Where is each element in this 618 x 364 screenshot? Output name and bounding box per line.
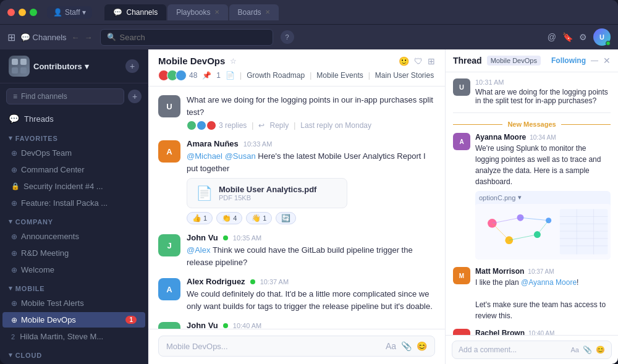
- nav-forward-icon[interactable]: →: [85, 33, 93, 42]
- add-channel-button[interactable]: +: [128, 90, 142, 103]
- author-name: Matt Morrison: [475, 267, 524, 276]
- channel-item-devops-team[interactable]: ⊕ DevOps Team: [2, 145, 145, 161]
- member-avatars: [158, 70, 184, 81]
- close-playbooks-icon[interactable]: ✕: [214, 9, 219, 15]
- original-avatar: U: [453, 78, 470, 96]
- mention-ayanna[interactable]: @Ayanna Moore: [521, 278, 577, 287]
- svg-rect-1: [20, 59, 27, 65]
- section-cloud[interactable]: ▾ CLOUD: [0, 345, 148, 362]
- avatar[interactable]: U: [593, 28, 611, 46]
- dm-item-hilda[interactable]: 2 Hilda Martin, Steve M...: [2, 329, 145, 344]
- add-workspace-button[interactable]: +: [125, 59, 139, 73]
- star-icon[interactable]: ☆: [230, 57, 237, 66]
- channel-item-security-incident[interactable]: 🔒 Security Incident #4 ...: [2, 179, 145, 194]
- channel-item-command-center[interactable]: ⊕ Command Center: [2, 162, 145, 177]
- minimize-button[interactable]: [19, 9, 26, 16]
- tag-growth-roadmap[interactable]: Growth Roadmap: [247, 71, 305, 80]
- reaction-clap[interactable]: 👏4: [216, 212, 242, 224]
- channels-nav-label[interactable]: 💬 Channels: [20, 33, 67, 42]
- following-button[interactable]: Following: [551, 56, 586, 65]
- help-button[interactable]: ?: [281, 30, 294, 44]
- emoji-icon[interactable]: 😊: [596, 345, 605, 354]
- close-boards-icon[interactable]: ✕: [265, 9, 270, 15]
- close-button[interactable]: [7, 9, 15, 16]
- channel-actions: 🙂 🛡 ⊞: [399, 56, 435, 66]
- thread-meta[interactable]: 3 replies | ↩ Reply | Last reply on Mond…: [187, 121, 435, 130]
- company-label: COMPANY: [15, 218, 53, 226]
- close-icon[interactable]: ✕: [603, 56, 611, 66]
- chevron-down-icon: ▾: [82, 8, 86, 17]
- settings-icon[interactable]: ⚙: [579, 32, 587, 42]
- tab-channels[interactable]: 💬 Channels: [104, 4, 166, 20]
- bookmark-icon[interactable]: 🔖: [562, 32, 573, 42]
- minimize-icon[interactable]: —: [591, 56, 598, 65]
- attachment-icon[interactable]: 📎: [401, 341, 412, 351]
- tab-channels-label: Channels: [126, 8, 158, 17]
- cloud-label: CLOUD: [15, 352, 42, 359]
- find-channels-button[interactable]: ≡ Find channels: [6, 88, 124, 104]
- file-attachment[interactable]: 📄 Mobile User Analytics.pdf PDF 15KB: [187, 178, 347, 208]
- reaction-refresh[interactable]: 🔄: [276, 212, 296, 224]
- channel-item-mobile-devops[interactable]: ⊕ Mobile DevOps 1: [2, 312, 145, 328]
- last-reply-time: Last reply on Monday: [300, 121, 371, 130]
- reply-icon: ↩: [258, 121, 265, 130]
- nav-back-icon[interactable]: ←: [72, 33, 80, 42]
- attachment-icon[interactable]: 📎: [583, 345, 592, 354]
- text-format-icon[interactable]: Aa: [571, 346, 579, 353]
- message-time: 10:37 AM: [260, 278, 289, 286]
- at-icon[interactable]: @: [548, 32, 556, 42]
- globe-icon: ⊕: [11, 249, 17, 258]
- new-messages-divider: New Messages: [453, 121, 611, 128]
- tag-main-user-stories[interactable]: Main User Stories: [375, 71, 434, 80]
- online-dot: [250, 279, 255, 284]
- threads-item[interactable]: 💬 Threads: [0, 109, 148, 128]
- channel-item-rd-meeting[interactable]: ⊕ R&D Meeting: [2, 245, 145, 261]
- message-content: Alex Rodriguez 10:37 AM We could definit…: [187, 277, 435, 312]
- maximize-button[interactable]: [30, 9, 37, 16]
- tab-playbooks[interactable]: Playbooks ✕: [167, 4, 227, 20]
- dm-name-label: Hilda Martin, Steve M...: [20, 332, 103, 341]
- grid-icon[interactable]: ⊞: [7, 32, 15, 43]
- message-time: 10:33 AM: [243, 140, 272, 148]
- thread-message-content: Rachel Brown 10:40 AM I'll be on to trou…: [475, 329, 611, 335]
- channel-item-welcome[interactable]: ⊕ Welcome: [2, 262, 145, 277]
- text-format-icon[interactable]: Aa: [386, 341, 396, 351]
- workspace-name[interactable]: Contributors ▾: [33, 62, 89, 71]
- tab-boards-label: Boards: [238, 8, 261, 17]
- message-header: John Vu 10:35 AM: [187, 233, 435, 242]
- message-content: John Vu 10:40 AM Great, I'll make a Jira…: [187, 321, 435, 329]
- thread-avatar: A: [453, 133, 470, 150]
- message-input[interactable]: [166, 342, 381, 351]
- channel-item-announcements[interactable]: ⊕ Announcements: [2, 229, 145, 244]
- messages-area: U What are we doing for the logging poin…: [148, 87, 445, 329]
- channel-item-mobile-test-alerts[interactable]: ⊕ Mobile Test Alerts: [2, 295, 145, 311]
- mention-susan[interactable]: @Susan: [225, 151, 256, 161]
- image-label: optionC.png ▾: [475, 191, 611, 204]
- globe-icon: ⊕: [11, 266, 17, 274]
- reaction-wave[interactable]: 👋1: [246, 212, 272, 224]
- tab-boards[interactable]: Boards ✕: [229, 4, 279, 20]
- layout-icon[interactable]: ⊞: [428, 56, 435, 66]
- search-input[interactable]: [120, 33, 266, 42]
- staff-selector[interactable]: 👤 Staff ▾: [47, 6, 92, 19]
- channel-item-feature-install[interactable]: ⊕ Feature: Install Packa ...: [2, 195, 145, 211]
- globe-icon: ⊕: [11, 199, 17, 208]
- emoji-icon[interactable]: 😊: [417, 341, 427, 351]
- section-mobile[interactable]: ▾ MOBILE: [0, 278, 148, 295]
- author-name: Rachel Brown: [475, 329, 525, 335]
- tag-mobile-events[interactable]: Mobile Events: [316, 71, 363, 80]
- reaction-thumbsup[interactable]: 👍1: [187, 212, 213, 224]
- mention-michael[interactable]: @Michael: [187, 151, 222, 161]
- search-bar[interactable]: 🔍: [100, 29, 273, 46]
- smiley-icon[interactable]: 🙂: [399, 56, 409, 66]
- mention-alex[interactable]: @Alex: [187, 245, 211, 255]
- shield-icon[interactable]: 🛡: [414, 56, 423, 66]
- section-company[interactable]: ▾ COMPANY: [0, 211, 148, 228]
- thread-message-content: Matt Morrison 10:37 AM I like the plan @…: [475, 267, 611, 321]
- section-favorites[interactable]: ▾ FAVORITES: [0, 128, 148, 145]
- thread-input[interactable]: [459, 345, 567, 354]
- avatar: A: [158, 140, 180, 163]
- reply-separator: |: [252, 121, 253, 130]
- message-row: U What are we doing for the logging poin…: [158, 94, 435, 130]
- chevron-down-icon: ▾: [85, 62, 89, 71]
